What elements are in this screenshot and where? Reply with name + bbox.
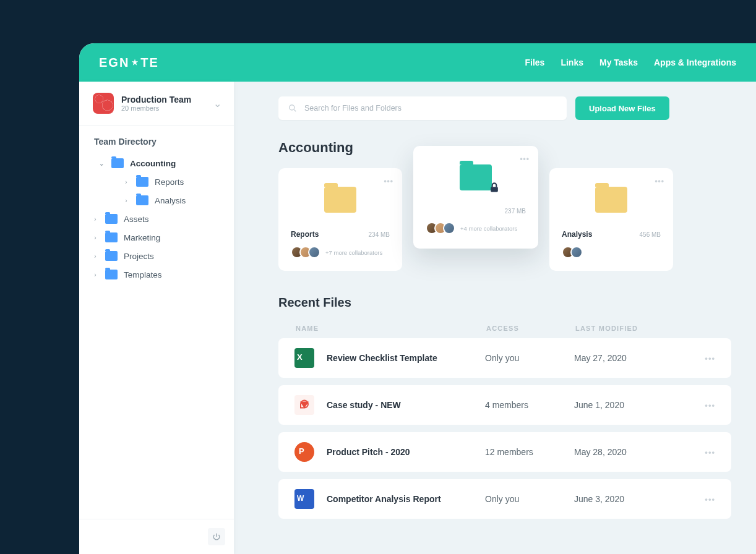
tree-label: Templates	[124, 270, 162, 279]
folder-icon	[105, 232, 118, 242]
file-row[interactable]: Review Checklist Template Only you May 2…	[278, 338, 731, 378]
folder-icon	[105, 251, 118, 261]
chevron-down-icon: ⌄	[98, 160, 105, 167]
tree-item-assets[interactable]: › Assets	[87, 210, 226, 228]
brand-logo: EGN TE	[99, 56, 159, 70]
folder-icon	[111, 158, 124, 168]
file-name: Product Pitch - 2020	[327, 447, 485, 457]
lock-icon	[488, 181, 500, 194]
nav-my-tasks[interactable]: My Tasks	[599, 58, 638, 67]
chevron-right-icon: ›	[92, 253, 99, 260]
row-menu-button[interactable]: •••	[705, 448, 715, 457]
tree-item-analysis[interactable]: › Analysis	[87, 191, 226, 210]
file-access: Only you	[485, 353, 574, 363]
file-name: Review Checklist Template	[327, 353, 485, 363]
folder-card-reports[interactable]: ••• Reports 234 MB +7 more collaborators	[278, 168, 402, 271]
folder-icon	[136, 195, 148, 205]
tree-label: Reports	[155, 177, 184, 187]
tree-label: Assets	[124, 215, 149, 224]
tree-item-projects[interactable]: › Projects	[87, 247, 226, 265]
team-member-count: 20 members	[121, 104, 191, 112]
column-name: NAME	[296, 325, 486, 332]
folder-tree: ⌄ Accounting › Reports › Analysis ›	[79, 154, 234, 519]
collaborator-count: +4 more collaborators	[460, 225, 517, 232]
nav-files[interactable]: Files	[525, 58, 545, 67]
file-row[interactable]: Product Pitch - 2020 12 members May 28, …	[278, 432, 731, 472]
tree-label: Projects	[124, 252, 154, 261]
excel-icon	[294, 348, 314, 368]
column-access: ACCESS	[486, 325, 575, 332]
chevron-right-icon: ›	[92, 216, 99, 223]
power-icon	[212, 532, 221, 541]
sidebar-section-label: Team Directory	[79, 126, 234, 154]
folder-icon	[324, 187, 356, 213]
table-header: NAME ACCESS LAST MODIFIED	[278, 318, 731, 338]
row-menu-button[interactable]: •••	[705, 401, 715, 410]
brand-text: EGN	[99, 56, 129, 70]
row-menu-button[interactable]: •••	[705, 354, 715, 363]
search-icon	[288, 104, 297, 113]
tree-label: Analysis	[155, 196, 186, 205]
tree-item-marketing[interactable]: › Marketing	[87, 228, 226, 247]
chevron-right-icon: ›	[122, 197, 130, 204]
folder-icon	[136, 177, 148, 187]
team-switcher[interactable]: Production Team 20 members ⌄	[79, 82, 234, 125]
tree-item-templates[interactable]: › Templates	[87, 265, 226, 284]
chevron-down-icon: ⌄	[213, 98, 221, 109]
folder-cards: ••• Reports 234 MB +7 more collaborators	[278, 168, 731, 271]
card-menu-button[interactable]: •••	[384, 177, 393, 185]
content-wrap: Production Team 20 members ⌄ Team Direct…	[79, 82, 756, 554]
file-access: Only you	[485, 494, 574, 504]
collaborator-avatars	[426, 222, 455, 234]
card-size: 234 MB	[369, 231, 390, 238]
file-modified: June 1, 2020	[574, 400, 685, 410]
sidebar-footer	[79, 519, 234, 554]
file-name: Competitor Analysis Report	[327, 494, 485, 504]
folder-card-analysis[interactable]: ••• Analysis 456 MB	[549, 168, 673, 271]
tree-label: Marketing	[124, 233, 160, 242]
avatar	[308, 246, 320, 258]
tree-item-reports[interactable]: › Reports	[87, 173, 226, 191]
team-logo-icon	[93, 93, 114, 114]
file-modified: May 28, 2020	[574, 447, 685, 457]
nav-links[interactable]: Links	[561, 58, 583, 67]
folder-card-locked[interactable]: ••• 237 MB +4 more collaborators	[413, 146, 538, 249]
powerpoint-icon	[294, 442, 314, 462]
power-button[interactable]	[208, 528, 225, 545]
collaborator-count: +7 more collaborators	[325, 249, 382, 256]
brand-text-2: TE	[140, 56, 159, 70]
search-input[interactable]	[304, 104, 557, 113]
chevron-right-icon: ›	[122, 179, 130, 185]
main-content: Upload New Files Accounting ••• Reports …	[234, 82, 756, 554]
app-window: EGN TE Files Links My Tasks Apps & Integ…	[79, 43, 756, 554]
svg-rect-1	[491, 187, 498, 192]
file-modified: May 27, 2020	[574, 353, 685, 363]
file-row[interactable]: Case study - NEW 4 members June 1, 2020 …	[278, 385, 731, 425]
column-modified: LAST MODIFIED	[575, 325, 687, 332]
upload-new-files-button[interactable]: Upload New Files	[575, 96, 669, 120]
file-modified: June 3, 2020	[574, 494, 685, 504]
tree-item-accounting[interactable]: ⌄ Accounting	[87, 154, 226, 173]
avatar	[443, 222, 455, 234]
nav-apps-integrations[interactable]: Apps & Integrations	[654, 58, 736, 67]
recent-files-title: Recent Files	[278, 296, 731, 310]
top-nav: Files Links My Tasks Apps & Integrations	[525, 58, 737, 67]
folder-icon	[460, 164, 492, 190]
card-menu-button[interactable]: •••	[655, 177, 664, 185]
card-title: Analysis	[562, 230, 592, 239]
folder-icon	[595, 187, 627, 213]
card-size: 456 MB	[640, 231, 661, 238]
file-row[interactable]: Competitor Analysis Report Only you June…	[278, 479, 731, 519]
sidebar: Production Team 20 members ⌄ Team Direct…	[79, 82, 234, 554]
topbar: EGN TE Files Links My Tasks Apps & Integ…	[79, 43, 756, 82]
tree-label: Accounting	[130, 159, 176, 168]
team-name: Production Team	[121, 95, 191, 104]
word-icon	[294, 489, 314, 509]
file-name: Case study - NEW	[327, 400, 485, 410]
pdf-icon	[294, 395, 314, 415]
row-menu-button[interactable]: •••	[705, 495, 715, 504]
search-box[interactable]	[278, 96, 567, 120]
card-menu-button[interactable]: •••	[520, 155, 530, 163]
file-access: 4 members	[485, 400, 574, 410]
card-title: Reports	[291, 230, 319, 239]
